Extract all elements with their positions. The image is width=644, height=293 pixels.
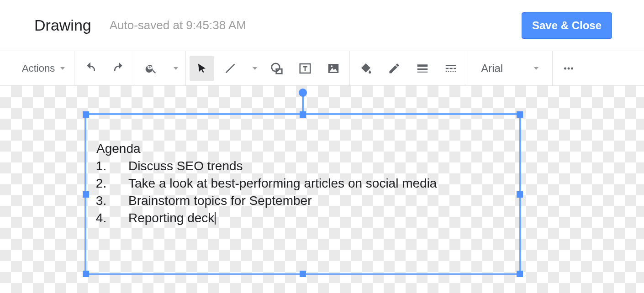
svg-point-20 — [571, 67, 573, 69]
chevron-down-icon — [534, 67, 538, 70]
chevron-down-icon — [60, 67, 65, 70]
fill-color-icon — [359, 62, 373, 75]
more-button[interactable] — [556, 56, 581, 81]
dialog-title: Drawing — [34, 16, 91, 34]
svg-rect-7 — [417, 68, 428, 70]
rotation-handle[interactable] — [299, 89, 307, 97]
svg-point-18 — [564, 67, 566, 69]
border-weight-button[interactable] — [410, 56, 435, 81]
list-item: Brainstorm topics for September — [110, 194, 511, 208]
text-cursor — [215, 212, 216, 225]
select-tool-button[interactable] — [190, 56, 214, 81]
svg-rect-6 — [417, 64, 428, 67]
border-color-button[interactable] — [382, 56, 406, 81]
shape-icon — [270, 62, 284, 75]
selected-text-box[interactable]: Agenda Discuss SEO trends Take a look at… — [84, 113, 521, 275]
text-box-content[interactable]: Agenda Discuss SEO trends Take a look at… — [86, 115, 519, 273]
cursor-icon — [195, 62, 208, 75]
list-item: Take a look at best-performing articles … — [110, 176, 511, 191]
more-horizontal-icon — [562, 62, 575, 75]
redo-button[interactable] — [106, 56, 131, 81]
svg-rect-17 — [455, 71, 456, 72]
save-and-close-button[interactable]: Save & Close — [522, 12, 612, 39]
line-tool-button[interactable] — [218, 56, 243, 81]
agenda-heading: Agenda — [96, 141, 511, 156]
zoom-button[interactable] — [139, 56, 164, 81]
svg-point-5 — [331, 65, 333, 67]
chevron-down-icon — [253, 67, 257, 70]
image-tool-button[interactable] — [321, 56, 346, 81]
autosave-status: Auto-saved at 9:45:38 AM — [110, 18, 246, 32]
line-tool-dropdown[interactable] — [246, 56, 261, 81]
fill-color-button[interactable] — [354, 56, 378, 81]
pencil-icon — [388, 62, 401, 75]
text-box-tool-button[interactable] — [293, 56, 317, 81]
svg-rect-11 — [450, 68, 453, 69]
undo-icon — [84, 62, 97, 75]
font-family-label: Arial — [481, 62, 503, 75]
line-icon — [224, 62, 237, 75]
text-box-icon — [298, 62, 312, 75]
actions-menu-label: Actions — [22, 63, 55, 74]
font-family-dropdown[interactable]: Arial — [471, 56, 549, 81]
svg-rect-16 — [453, 71, 454, 72]
drawing-canvas[interactable]: Agenda Discuss SEO trends Take a look at… — [0, 86, 644, 293]
svg-rect-10 — [446, 68, 449, 69]
shape-tool-button[interactable] — [264, 56, 289, 81]
list-item: Reporting deck — [110, 211, 511, 225]
image-icon — [327, 62, 340, 75]
list-item: Discuss SEO trends — [110, 159, 511, 173]
zoom-icon — [145, 62, 158, 75]
border-dash-icon — [444, 62, 458, 75]
svg-rect-14 — [448, 71, 449, 72]
svg-rect-13 — [446, 71, 447, 72]
redo-icon — [112, 62, 126, 75]
agenda-list: Discuss SEO trends Take a look at best-p… — [110, 159, 511, 225]
svg-rect-15 — [450, 71, 452, 72]
svg-rect-12 — [454, 68, 456, 69]
undo-button[interactable] — [78, 56, 103, 81]
svg-point-19 — [568, 67, 570, 69]
svg-rect-9 — [446, 65, 456, 66]
dialog-header: Drawing Auto-saved at 9:45:38 AM Save & … — [0, 0, 644, 51]
actions-menu[interactable]: Actions — [16, 56, 70, 81]
zoom-dropdown[interactable] — [167, 56, 182, 81]
svg-rect-8 — [417, 71, 428, 72]
toolbar: Actions — [0, 51, 644, 86]
chevron-down-icon — [174, 67, 178, 70]
border-weight-icon — [416, 62, 429, 75]
border-dash-button[interactable] — [438, 56, 463, 81]
